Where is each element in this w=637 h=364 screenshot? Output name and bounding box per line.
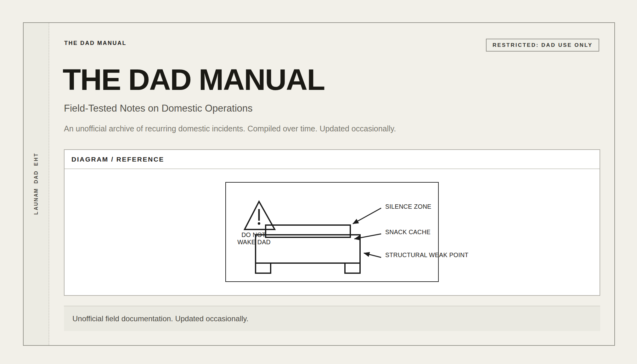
structural-weak-point-label: STRUCTURAL WEAK POINT <box>385 251 469 258</box>
content-area: THE DAD MANUAL RESTRICTED: DAD USE ONLY … <box>49 23 614 345</box>
couch-base <box>256 235 360 263</box>
description: An unofficial archive of recurring domes… <box>64 124 396 133</box>
footer-text: Unofficial field documentation. Updated … <box>72 314 248 323</box>
panel-body: DO NOT WAKE DAD SILENCE ZONE SNACK CACHE… <box>65 169 600 295</box>
restricted-badge: RESTRICTED: DAD USE ONLY <box>486 39 599 52</box>
page-title: THE DAD MANUAL <box>63 65 324 94</box>
subtitle: Field-Tested Notes on Domestic Operation… <box>64 103 253 114</box>
kicker: THE DAD MANUAL <box>64 40 127 47</box>
diagram-panel: DIAGRAM / REFERENCE DO NOT <box>64 149 600 296</box>
exclamation-dot-icon <box>258 222 260 225</box>
sidebar-vertical-text: THE DAD MANUAL <box>33 153 39 215</box>
structural-weak-point-arrow <box>364 253 381 257</box>
sidebar-vertical-char: L <box>34 210 38 216</box>
couch-cushion <box>266 225 350 237</box>
snack-cache-label: SNACK CACHE <box>385 229 431 235</box>
silence-zone-arrow <box>353 208 381 224</box>
couch-diagram: DO NOT WAKE DAD SILENCE ZONE SNACK CACHE… <box>65 169 600 295</box>
couch-foot-left <box>256 263 271 273</box>
warning-caption-line2: WAKE DAD <box>237 239 271 245</box>
couch-foot-right <box>345 263 360 273</box>
footer-note: Unofficial field documentation. Updated … <box>64 306 600 331</box>
sidebar-spine: THE DAD MANUAL <box>24 23 49 345</box>
panel-header: DIAGRAM / REFERENCE <box>65 150 600 169</box>
manual-card: THE DAD MANUAL THE DAD MANUAL RESTRICTED… <box>23 22 615 346</box>
silence-zone-label: SILENCE ZONE <box>385 203 431 210</box>
